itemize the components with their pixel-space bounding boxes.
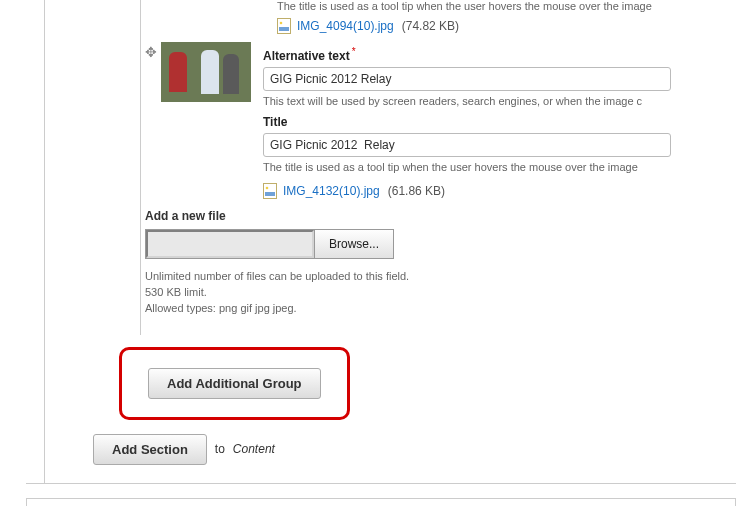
title-label: Title [263, 115, 287, 129]
upload-help-line: Unlimited number of files can be uploade… [145, 269, 736, 285]
svg-rect-4 [265, 192, 275, 196]
add-additional-group-button[interactable]: Add Additional Group [148, 368, 321, 399]
add-section-button[interactable]: Add Section [93, 434, 207, 465]
file-path-box[interactable] [146, 230, 314, 258]
file-image-icon [277, 18, 291, 34]
to-text: to [215, 442, 225, 456]
file-picker: Browse... [145, 229, 394, 259]
required-star-icon: * [352, 46, 356, 57]
alt-text-label: Alternative text [263, 49, 350, 63]
title-help-text: The title is used as a tool tip when the… [263, 161, 736, 173]
alt-help-text: This text will be used by screen readers… [263, 95, 736, 107]
svg-rect-1 [279, 27, 289, 31]
upload-help-line: Allowed types: png gif jpg jpeg. [145, 301, 736, 317]
image-thumbnail[interactable] [161, 42, 251, 102]
file-size: (74.82 KB) [402, 19, 459, 33]
file-link[interactable]: IMG_4094(10).jpg [297, 19, 394, 33]
svg-point-5 [266, 187, 269, 190]
drag-handle-icon[interactable]: ✥ [141, 42, 161, 60]
svg-rect-3 [264, 184, 277, 199]
svg-rect-0 [278, 19, 291, 34]
title-input[interactable] [263, 133, 671, 157]
file-link[interactable]: IMG_4132(10).jpg [283, 184, 380, 198]
svg-point-2 [280, 22, 283, 25]
alt-text-input[interactable] [263, 67, 671, 91]
title-help-text: The title is used as a tool tip when the… [277, 0, 736, 12]
upload-help-line: 530 KB limit. [145, 285, 736, 301]
file-size: (61.86 KB) [388, 184, 445, 198]
browse-button[interactable]: Browse... [314, 230, 393, 258]
add-group-callout: Add Additional Group [119, 347, 350, 420]
panel-top-edge [26, 498, 736, 506]
file-image-icon [263, 183, 277, 199]
add-file-label: Add a new file [141, 199, 736, 229]
divider [26, 483, 736, 484]
content-target-text: Content [233, 442, 275, 456]
